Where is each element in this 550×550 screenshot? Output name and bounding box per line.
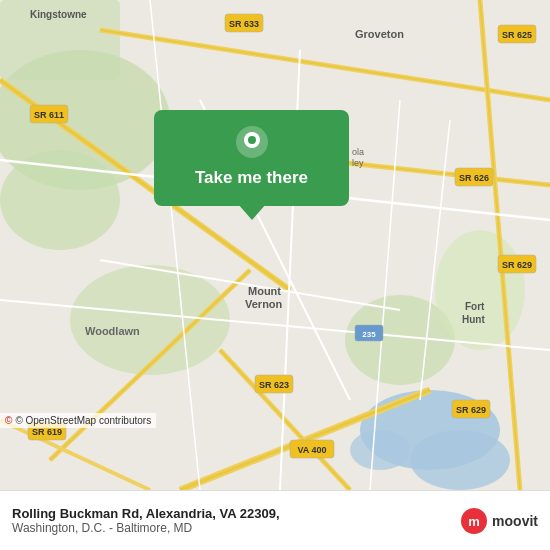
svg-text:235: 235 [362,330,376,339]
svg-point-64 [248,136,256,144]
city-line: Washington, D.C. - Baltimore, MD [12,521,280,535]
svg-text:Hunt: Hunt [462,314,485,325]
svg-text:SR 626: SR 626 [459,173,489,183]
moovit-logo: m moovit [460,507,538,535]
svg-text:Fort: Fort [465,301,485,312]
svg-point-8 [410,430,510,490]
svg-text:Kingstowne: Kingstowne [30,9,87,20]
svg-text:Mount: Mount [248,285,281,297]
callout-popup[interactable]: Take me there [154,110,349,206]
svg-text:ola: ola [352,147,364,157]
svg-text:SR 629: SR 629 [456,405,486,415]
osm-copyright-icon: © [5,415,12,426]
svg-text:SR 625: SR 625 [502,30,532,40]
address-block: Rolling Buckman Rd, Alexandria, VA 22309… [12,506,280,535]
moovit-icon: m [460,507,488,535]
svg-point-9 [350,430,410,470]
svg-text:Groveton: Groveton [355,28,404,40]
osm-attribution: © © OpenStreetMap contributors [0,413,156,428]
location-pin-icon [234,124,270,160]
svg-text:SR 611: SR 611 [34,110,64,120]
svg-text:m: m [468,514,480,529]
svg-point-3 [70,265,230,375]
svg-text:SR 629: SR 629 [502,260,532,270]
svg-point-2 [0,150,120,250]
svg-point-5 [435,230,525,350]
osm-attribution-text: © OpenStreetMap contributors [15,415,151,426]
map-container: SR 633 SR 611 SR 626 SR 625 SR 629 SR 62… [0,0,550,490]
moovit-brand-text: moovit [492,513,538,529]
svg-text:SR 623: SR 623 [259,380,289,390]
address-line: Rolling Buckman Rd, Alexandria, VA 22309… [12,506,280,521]
svg-text:Woodlawn: Woodlawn [85,325,140,337]
svg-text:SR 619: SR 619 [32,427,62,437]
svg-text:ley: ley [352,158,364,168]
svg-text:SR 633: SR 633 [229,19,259,29]
svg-text:VA 400: VA 400 [297,445,326,455]
svg-text:Vernon: Vernon [245,298,283,310]
info-bar: Rolling Buckman Rd, Alexandria, VA 22309… [0,490,550,550]
take-me-there-button[interactable]: Take me there [195,168,308,188]
